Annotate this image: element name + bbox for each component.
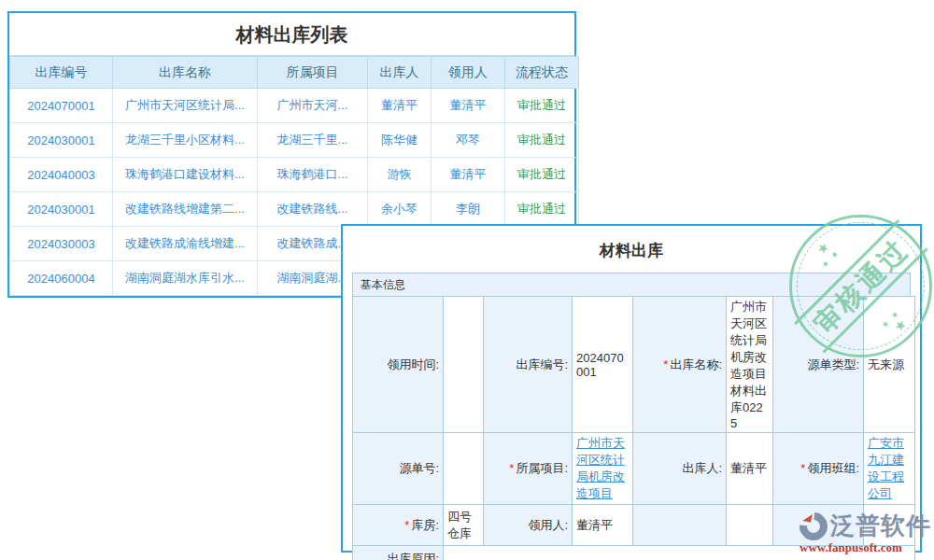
required-icon: * <box>404 518 409 532</box>
cell-issuer: 董清平 <box>368 89 432 123</box>
field-label: 源单号: <box>399 461 439 475</box>
field-label: 所属项目: <box>516 461 568 475</box>
cell-recipient: 董清平 <box>432 89 505 123</box>
label-project: *所属项目: <box>484 433 573 505</box>
cell-outbound-id[interactable]: 2024030003 <box>10 227 113 261</box>
value-warehouse: 四号仓库 <box>444 505 484 546</box>
cell-outbound-name: 广州市天河区统计局... <box>113 89 258 123</box>
table-row[interactable]: 2024030001 龙湖三千里小区材料... 龙湖三千里... 陈华健 邓琴 … <box>10 123 579 158</box>
label-source-no: 源单号: <box>353 433 444 505</box>
field-label: 库房: <box>411 518 439 532</box>
col-outbound-id: 出库编号 <box>10 57 113 89</box>
label-source-type: 源单类型: <box>773 297 864 433</box>
label-warehouse: *库房: <box>353 505 444 546</box>
field-label: 出库名称: <box>670 357 722 371</box>
cell-outbound-name: 龙湖三千里小区材料... <box>113 123 258 158</box>
fanpu-url: www.fanpusoft.com <box>800 540 931 555</box>
value-project: 广州市天河区统计局机房改造项目 <box>573 433 633 505</box>
required-icon: * <box>663 357 668 371</box>
table-row[interactable]: 2024040003 珠海鹤港口建设材料... 珠海鹤港口... 游恢 董清平 … <box>10 158 579 192</box>
value-lingyong-time <box>444 297 484 433</box>
value-lingyong-team: 广安市九江建设工程公司 <box>864 433 915 505</box>
fanpu-logo: 泛普软件 www.fanpusoft.com <box>800 510 931 555</box>
col-flow-status: 流程状态 <box>505 57 579 89</box>
cell-outbound-id[interactable]: 2024030001 <box>10 123 113 158</box>
cell-issuer: 陈华健 <box>368 123 432 158</box>
value-lingyong-person: 董清平 <box>573 505 633 546</box>
table-header-row: 出库编号 出库名称 所属项目 出库人 领用人 流程状态 <box>10 57 579 89</box>
value-source-no <box>444 433 484 505</box>
cell-project: 改建铁路线... <box>258 192 368 227</box>
cell-project: 珠海鹤港口... <box>258 158 368 192</box>
field-label: 源单类型: <box>807 357 859 371</box>
cell-outbound-id[interactable]: 2024030001 <box>10 192 113 227</box>
status-badge: 审批通过 <box>505 192 579 227</box>
field-label: 领用人: <box>528 518 568 532</box>
required-icon: * <box>800 461 805 475</box>
field-label: 领用时间: <box>387 357 439 371</box>
team-link[interactable]: 广安市九江建设工程公司 <box>868 436 904 500</box>
cell-project: 广州市天河... <box>258 89 368 123</box>
status-badge: 审批通过 <box>505 123 579 158</box>
detail-title: 材料出库 <box>343 226 920 273</box>
field-label: 出库编号: <box>516 357 568 371</box>
cell-outbound-name: 改建铁路成渝线增建... <box>113 227 258 261</box>
cell-issuer: 余小琴 <box>368 192 432 227</box>
cell-recipient: 邓琴 <box>432 123 505 158</box>
table-row[interactable]: 2024070001 广州市天河区统计局... 广州市天河... 董清平 董清平… <box>10 89 579 123</box>
value-outbound-id: 2024070001 <box>573 297 633 433</box>
col-outbound-name: 出库名称 <box>113 57 258 89</box>
cell-outbound-name: 湖南洞庭湖水库引水... <box>113 261 258 296</box>
cell-outbound-id[interactable]: 2024070001 <box>10 89 113 123</box>
fanpu-brand-text: 泛普软件 <box>830 510 931 542</box>
col-issuer: 出库人 <box>368 57 432 89</box>
cell-issuer: 游恢 <box>368 158 432 192</box>
cell-recipient: 李朗 <box>432 192 505 227</box>
table-row[interactable]: 2024030001 改建铁路线增建第二... 改建铁路线... 余小琴 李朗 … <box>10 192 579 227</box>
label-reason: 出库原因: <box>353 546 444 560</box>
value-outbound-name: 广州市天河区统计局机房改造项目材料出库0225 <box>727 297 773 433</box>
material-outbound-detail-panel: 材料出库 基本信息 领用时间: 出库编号: 2024070001 *出库名称: … <box>341 224 922 553</box>
status-badge: 审批通过 <box>505 89 579 123</box>
page: 材料出库列表 出库编号 出库名称 所属项目 出库人 领用人 流程状态 20240… <box>0 0 934 560</box>
label-lingyong-time: 领用时间: <box>353 297 444 433</box>
cell-outbound-id[interactable]: 2024060004 <box>10 261 113 296</box>
label-empty <box>633 505 727 546</box>
label-outbound-name: *出库名称: <box>633 297 727 433</box>
cell-project: 龙湖三千里... <box>258 123 368 158</box>
label-issuer: 出库人: <box>633 433 727 505</box>
cell-outbound-name: 珠海鹤港口建设材料... <box>113 158 258 192</box>
label-lingyong-team: *领用班组: <box>773 433 864 505</box>
section-basic-info: 基本信息 <box>352 273 911 297</box>
fanpu-logo-icon <box>800 512 828 540</box>
field-label: 出库人: <box>682 461 722 475</box>
col-recipient: 领用人 <box>432 57 505 89</box>
col-project: 所属项目 <box>258 57 368 89</box>
cell-outbound-name: 改建铁路线增建第二... <box>113 192 258 227</box>
cell-recipient: 董清平 <box>432 158 505 192</box>
status-badge: 审批通过 <box>505 158 579 192</box>
value-issuer: 董清平 <box>727 433 773 505</box>
cell-outbound-id[interactable]: 2024040003 <box>10 158 113 192</box>
list-title: 材料出库列表 <box>9 13 574 56</box>
value-empty <box>727 505 773 546</box>
required-icon: * <box>509 461 514 475</box>
project-link[interactable]: 广州市天河区统计局机房改造项目 <box>576 436 625 500</box>
field-label: 出库原因: <box>387 552 439 560</box>
value-source-type: 无来源 <box>864 297 915 433</box>
label-lingyong-person: 领用人: <box>484 505 573 546</box>
field-label: 领用班组: <box>807 461 859 475</box>
label-outbound-id: 出库编号: <box>484 297 573 433</box>
